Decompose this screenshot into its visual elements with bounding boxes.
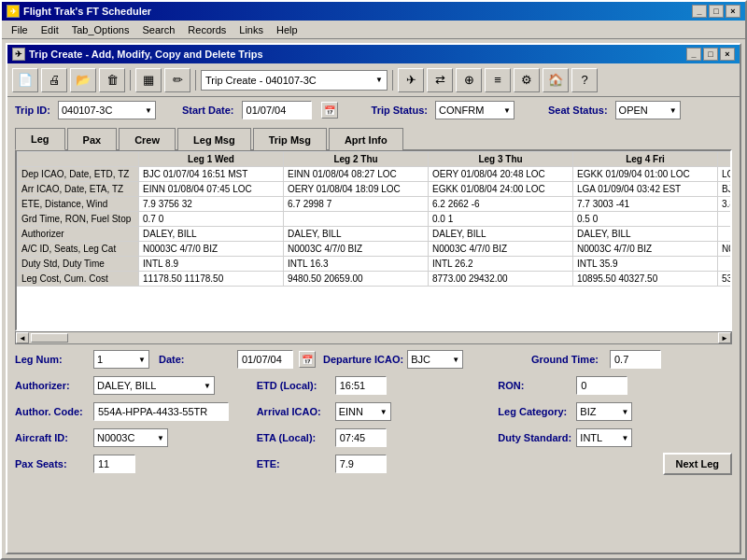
menu-links[interactable]: Links [233, 22, 269, 37]
row-label: Dep ICAO, Date, ETD, TZ [18, 167, 139, 182]
open-button[interactable]: 📂 [70, 68, 96, 92]
author-code-row: Author. Code: 554A-HPPA-4433-55TR [15, 400, 249, 423]
arr-icao-select[interactable]: EINN ▼ [335, 402, 391, 421]
trip-id-row: Trip ID: 040107-3C ▼ Start Date: 01/07/0… [7, 97, 740, 123]
col-header-leg4: Leg 4 Fri [573, 152, 718, 167]
tab-crew[interactable]: Crew [119, 128, 176, 150]
table-cell [284, 212, 429, 227]
authorizer-select[interactable]: DALEY, BILL ▼ [93, 376, 215, 395]
table-cell [718, 257, 731, 272]
ground-time-value: 0.7 [614, 354, 628, 365]
edit-button[interactable]: ✏ [164, 68, 190, 92]
row-label: Grd Time, RON, Fuel Stop [18, 212, 139, 227]
table-cell: N0003C 4/7/0 BIZ [429, 242, 573, 257]
author-code-label: Author. Code: [15, 406, 90, 417]
leg-num-label: Leg Num: [15, 354, 90, 365]
ron-input[interactable]: 0 [576, 376, 627, 395]
trip-id-value: 040107-3C [62, 105, 112, 116]
inner-minimize[interactable]: _ [686, 48, 701, 61]
inner-icon: ✈ [12, 48, 25, 61]
leg-cat-label: Leg Category: [498, 406, 572, 417]
list-button[interactable]: ≡ [485, 68, 511, 92]
inner-title-bar: ✈ Trip Create - Add, Modify, Copy and De… [7, 45, 740, 63]
pax-seats-row: Pax Seats: 11 [15, 453, 249, 475]
tab-leg-msg[interactable]: Leg Msg [177, 128, 251, 150]
table-cell: N00 [718, 242, 731, 257]
tab-leg[interactable]: Leg [15, 128, 65, 150]
arrows-button[interactable]: ⇄ [427, 68, 453, 92]
inner-maximize[interactable]: □ [703, 48, 718, 61]
new-button[interactable]: 📄 [12, 68, 38, 92]
inner-close[interactable]: × [720, 48, 735, 61]
tab-pax[interactable]: Pax [67, 128, 118, 150]
menu-tab-options[interactable]: Tab_Options [66, 22, 135, 37]
grid-button[interactable]: ▦ [135, 68, 162, 92]
scroll-thumb[interactable] [31, 333, 68, 343]
start-date-input[interactable]: 01/07/04 [242, 101, 312, 119]
table-cell: INTL 8.9 [139, 257, 284, 272]
app-title: Flight Trak's FT Scheduler [23, 6, 151, 17]
leg-cat-value: BIZ [580, 406, 596, 417]
tab-trip-msg[interactable]: Trip Msg [253, 128, 327, 150]
table-cell: N0003C 4/7/0 BIZ [573, 242, 718, 257]
menu-edit[interactable]: Edit [35, 22, 64, 37]
leg-cat-row: Leg Category: BIZ ▼ [498, 400, 732, 423]
eta-input[interactable]: 07:45 [335, 428, 387, 447]
date-calendar-btn[interactable]: 📅 [299, 351, 316, 368]
minimize-button[interactable]: _ [692, 5, 707, 18]
tab-bar: Leg Pax Crew Leg Msg Trip Msg Aprt Info [7, 123, 740, 149]
trip-combo-value: Trip Create - 040107-3C [205, 75, 317, 86]
date-input[interactable]: 01/07/04 [237, 350, 293, 369]
table-cell: 0.7 0 [139, 212, 284, 227]
eta-row: ETA (Local): 07:45 [257, 427, 491, 449]
leg-cat-select[interactable]: BIZ ▼ [576, 402, 632, 421]
menu-search[interactable]: Search [136, 22, 180, 37]
menu-help[interactable]: Help [271, 22, 303, 37]
menu-file[interactable]: File [6, 22, 34, 37]
start-date-label: Start Date: [182, 105, 234, 116]
seat-status-select[interactable]: OPEN ▼ [615, 101, 681, 119]
calendar-button[interactable]: 📅 [321, 102, 338, 119]
sep1 [130, 70, 131, 91]
delete-button[interactable]: 🗑 [99, 68, 125, 92]
scroll-left[interactable]: ◄ [16, 332, 29, 343]
horizontal-scrollbar[interactable]: ◄ ► [15, 331, 732, 344]
table-cell: 7.7 3003 -41 [573, 197, 718, 212]
tab-aprt-info[interactable]: Aprt Info [329, 128, 403, 150]
ground-time-input[interactable]: 0.7 [610, 350, 661, 369]
dep-icao-value: BJC [411, 354, 430, 365]
table-cell: DALEY, BILL [284, 227, 429, 242]
etd-input[interactable]: 16:51 [335, 376, 387, 395]
print-button[interactable]: 🖨 [41, 68, 67, 92]
col-header-leg2: Leg 2 Thu [284, 152, 429, 167]
trip-status-select[interactable]: CONFRM ▼ [435, 101, 514, 119]
table-cell: 6.7 2998 7 [284, 197, 429, 212]
close-button[interactable]: × [726, 5, 740, 18]
home-button[interactable]: 🏠 [543, 68, 569, 92]
scroll-right[interactable]: ► [718, 332, 731, 343]
menu-records[interactable]: Records [182, 22, 232, 37]
pax-seats-input[interactable]: 11 [93, 455, 135, 473]
col-header-leg1: Leg 1 Wed [139, 152, 284, 167]
eta-label: ETA (Local): [257, 432, 331, 443]
app-icon: ✈ [7, 5, 20, 18]
trip-id-arrow: ▼ [145, 106, 152, 115]
window-controls: _ □ × [692, 5, 740, 18]
settings-button[interactable]: ⚙ [514, 68, 540, 92]
help-button[interactable]: ? [571, 68, 598, 92]
plane-button[interactable]: ✈ [398, 68, 424, 92]
dep-icao-select[interactable]: BJC ▼ [407, 350, 463, 369]
trip-id-select[interactable]: 040107-3C ▼ [58, 101, 156, 119]
maximize-button[interactable]: □ [709, 5, 724, 18]
trip-combo[interactable]: Trip Create - 040107-3C ▼ [201, 70, 388, 91]
copy-button[interactable]: ⊕ [456, 68, 482, 92]
ete-input[interactable]: 7.9 [335, 455, 387, 473]
next-leg-button[interactable]: Next Leg [663, 453, 732, 475]
aircraft-id-select[interactable]: N0003C ▼ [93, 428, 168, 447]
date-label: Date: [159, 354, 233, 365]
leg-num-select[interactable]: 1 ▼ [93, 350, 149, 369]
author-code-input[interactable]: 554A-HPPA-4433-55TR [93, 402, 229, 421]
trip-status-label: Trip Status: [372, 105, 429, 116]
duty-std-select[interactable]: INTL ▼ [576, 428, 632, 447]
table-scroll[interactable]: Leg 1 Wed Leg 2 Thu Leg 3 Thu Leg 4 Fri … [17, 151, 730, 329]
